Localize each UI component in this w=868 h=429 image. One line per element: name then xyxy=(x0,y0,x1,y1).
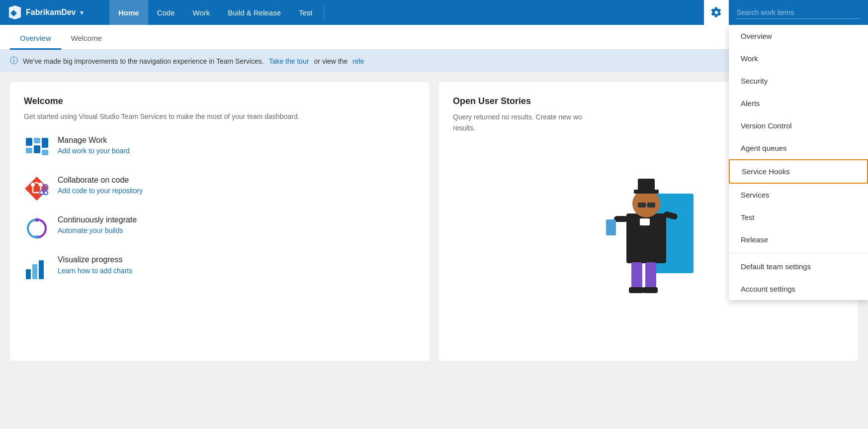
tab-welcome[interactable]: Welcome xyxy=(61,28,112,50)
manage-work-title: Manage Work xyxy=(58,136,130,145)
dropdown-item-default-team-settings[interactable]: Default team settings xyxy=(729,255,868,278)
svg-rect-35 xyxy=(614,216,628,222)
svg-rect-32 xyxy=(647,203,655,208)
nav-build-release[interactable]: Build & Release xyxy=(219,0,290,25)
dropdown-item-service-hooks[interactable]: Service Hooks xyxy=(729,159,868,184)
vs-logo-icon: ◆ xyxy=(8,5,22,19)
svg-rect-25 xyxy=(39,260,44,279)
svg-rect-6 xyxy=(34,145,40,153)
svg-rect-7 xyxy=(42,150,48,155)
collaborate-code-row: Collaborate on code Add code to your rep… xyxy=(24,176,415,202)
search-area xyxy=(729,6,868,19)
dropdown-item-services[interactable]: Services xyxy=(729,184,868,206)
welcome-card-subtitle: Get started using Visual Studio Team Ser… xyxy=(24,111,415,122)
dropdown-item-version-control[interactable]: Version Control xyxy=(729,114,868,137)
manage-work-link[interactable]: Add work to your board xyxy=(58,147,130,155)
visualize-progress-row: Visualize progress Learn how to add char… xyxy=(24,255,415,281)
svg-rect-3 xyxy=(34,138,40,143)
dropdown-item-release[interactable]: Release xyxy=(729,228,868,251)
top-navigation: ◆ FabrikamDev ▾ Home Code Work Build & R… xyxy=(0,0,868,25)
continuously-integrate-link[interactable]: Automate your builds xyxy=(58,226,137,234)
nav-separator xyxy=(324,5,324,20)
continuously-integrate-row: Continuously integrate Automate your bui… xyxy=(24,215,415,241)
collaborate-code-title: Collaborate on code xyxy=(58,176,143,185)
brand-dropdown-arrow[interactable]: ▾ xyxy=(80,9,84,16)
settings-dropdown-menu: Overview Work Security Alerts Version Co… xyxy=(729,25,868,300)
settings-gear-button[interactable] xyxy=(704,0,729,25)
svg-rect-40 xyxy=(629,287,644,293)
svg-rect-30 xyxy=(638,179,655,192)
svg-rect-2 xyxy=(26,138,32,146)
svg-rect-31 xyxy=(638,203,646,208)
notification-text: We've made big improvements to the navig… xyxy=(23,57,264,65)
manage-work-text: Manage Work Add work to your board xyxy=(58,136,130,155)
search-input[interactable] xyxy=(737,6,860,19)
dropdown-item-agent-queues[interactable]: Agent queues xyxy=(729,137,868,159)
svg-rect-38 xyxy=(631,262,642,290)
svg-point-28 xyxy=(632,190,660,217)
character-illustration xyxy=(599,154,698,293)
svg-rect-4 xyxy=(42,138,48,148)
nav-work[interactable]: Work xyxy=(184,0,219,25)
dropdown-item-overview[interactable]: Overview xyxy=(729,25,868,47)
svg-rect-37 xyxy=(606,219,616,235)
svg-text:◆: ◆ xyxy=(10,8,17,17)
dropdown-item-work[interactable]: Work xyxy=(729,47,868,70)
manage-work-icon xyxy=(24,136,50,162)
continuously-integrate-text: Continuously integrate Automate your bui… xyxy=(58,215,137,234)
notification-link-rele[interactable]: rele xyxy=(352,57,364,65)
dropdown-item-alerts[interactable]: Alerts xyxy=(729,92,868,114)
svg-rect-34 xyxy=(640,218,650,225)
tab-overview[interactable]: Overview xyxy=(10,28,61,50)
kanban-icon xyxy=(24,136,50,162)
svg-rect-41 xyxy=(643,287,658,293)
visualize-progress-link[interactable]: Learn how to add charts xyxy=(58,267,132,275)
git-icon xyxy=(24,176,50,202)
collaborate-code-link[interactable]: Add code to your repository xyxy=(58,187,143,195)
ci-icon xyxy=(24,215,50,241)
svg-point-9 xyxy=(31,183,35,187)
svg-rect-23 xyxy=(26,269,31,279)
nav-home[interactable]: Home xyxy=(109,0,148,25)
visualize-progress-icon xyxy=(24,255,50,281)
visualize-progress-title: Visualize progress xyxy=(58,255,132,264)
collaborate-code-text: Collaborate on code Add code to your rep… xyxy=(58,176,143,195)
dropdown-item-test[interactable]: Test xyxy=(729,206,868,228)
dropdown-item-security[interactable]: Security xyxy=(729,70,868,92)
continuously-integrate-icon xyxy=(24,215,50,241)
dropdown-divider xyxy=(729,253,868,253)
nav-code[interactable]: Code xyxy=(148,0,184,25)
dropdown-item-account-settings[interactable]: Account settings xyxy=(729,278,868,300)
svg-rect-5 xyxy=(26,148,32,153)
welcome-card-title: Welcome xyxy=(24,96,415,107)
nav-links: Home Code Work Build & Release Test xyxy=(109,0,704,25)
svg-rect-24 xyxy=(32,264,37,279)
welcome-card: Welcome Get started using Visual Studio … xyxy=(10,82,429,361)
chart-icon xyxy=(24,255,50,281)
collaborate-code-icon xyxy=(24,176,50,202)
info-icon: ⓘ xyxy=(10,56,18,66)
brand-name: FabrikamDev xyxy=(26,8,76,17)
manage-work-row: Manage Work Add work to your board xyxy=(24,136,415,162)
brand-logo[interactable]: ◆ FabrikamDev ▾ xyxy=(0,5,109,19)
gear-icon xyxy=(711,7,722,18)
notification-link-tour[interactable]: Take the tour xyxy=(269,57,309,65)
continuously-integrate-title: Continuously integrate xyxy=(58,215,137,224)
nav-test[interactable]: Test xyxy=(290,0,322,25)
visualize-progress-text: Visualize progress Learn how to add char… xyxy=(58,255,132,275)
notification-separator: or view the xyxy=(314,57,348,65)
svg-rect-39 xyxy=(645,262,656,290)
